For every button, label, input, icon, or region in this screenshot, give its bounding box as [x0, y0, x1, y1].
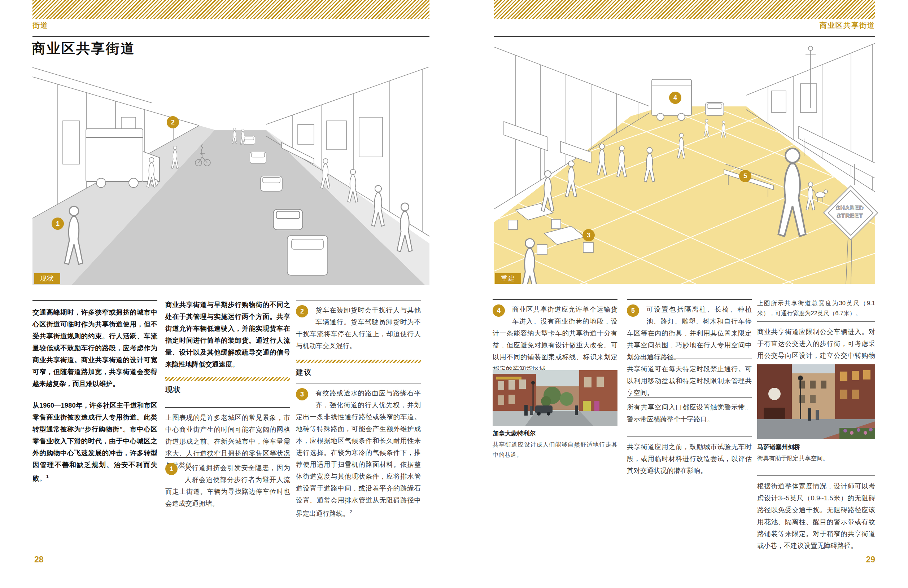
figure-rebuilt-shared-street: 3 4 5 SHARED STREET 重建 [494, 40, 875, 284]
item-2-text: 货车在装卸货时会干扰行人与其他车辆通行。货车驾驶员卸货时为不干扰车流将车停在人行… [296, 304, 421, 352]
rule [627, 358, 752, 359]
callout-badge-4: 4 [669, 92, 681, 104]
right-header-rule [494, 36, 875, 37]
figure-label-existing: 现状 [34, 273, 60, 284]
rule [627, 437, 752, 437]
intro-paragraph-2-text: 从1960—1980年，许多社区主干道和市区零售商业街被改造成行人专用街道。此类… [32, 402, 157, 482]
numbered-item-3: 3 有纹路或透水的路面应与路缘石平齐，强化街道的行人优先权，并划定出一条非线性通… [296, 387, 421, 519]
rule [296, 300, 421, 300]
sign-line-1: SHARED [828, 204, 872, 212]
sign-line-2: STREET [828, 212, 872, 220]
rule [627, 299, 752, 300]
item-4-text: 商业区共享街道应允许单个运输货车进入。没有商业街巷的地段，设计一条能容纳大型卡车… [493, 304, 618, 375]
numbered-item-1: 1 人行道拥挤会引发安全隐患，因为人群会迫使部分步行者为避开人流而走上街道。车辆… [165, 462, 290, 509]
shared-street-sign-text: SHARED STREET [828, 204, 872, 220]
photo-cambridge [757, 364, 875, 439]
left-top-striped-band [32, 0, 430, 19]
section-divider-stripes [296, 360, 421, 363]
existing-street-illustration [32, 67, 430, 285]
paragraph-tactile-warning: 所有共享空间入口都应设置触觉警示带。警示带应横跨整个十字路口。 [627, 401, 752, 425]
item-4-badge: 4 [493, 304, 505, 317]
item-3-text: 有纹路或透水的路面应与路缘石平齐，强化街道的行人优先权，并划定出一条非线性通行路… [296, 387, 421, 519]
paragraph-accessible-path: 根据街道整体宽度情况，设计师可以考虑设计3~5英尺（0.9~1.5米）的无阻碍路… [757, 480, 875, 551]
item-5-badge: 5 [627, 304, 639, 317]
figure-label-rebuilt: 重建 [495, 273, 521, 284]
right-running-header: 商业区共享街道 [494, 21, 875, 30]
callout-badge-5: 5 [739, 170, 751, 182]
photo-montreal-image [493, 370, 618, 426]
photo-cambridge-image [757, 364, 875, 439]
callout-badge-3: 3 [583, 229, 595, 241]
page-number-left: 28 [34, 555, 43, 565]
rule [296, 383, 421, 384]
rebuilt-street-illustration [494, 40, 875, 284]
left-intro-column: 交通高峰期时，许多狭窄或拥挤的城市中心区街道可临时作为共享街道使用，但不受共享街… [32, 300, 157, 484]
numbered-item-5: 5 可设置包括隔离柱、长椅、种植池、路灯、雕塑、树木和自行车停车区等在内的街具，… [627, 304, 752, 363]
footnote-2: 2 [350, 509, 352, 514]
page-number-right: 29 [839, 555, 875, 565]
callout-badge-2: 2 [167, 116, 179, 129]
left-header-rule [32, 36, 430, 37]
item-1-text: 人行道拥挤会引发安全隐患，因为人群会迫使部分步行者为避开人流而走上街道。车辆为寻… [165, 462, 290, 509]
photo-montreal-title: 加拿大蒙特利尔 [493, 429, 536, 438]
item-3-body: 有纹路或透水的路面应与路缘石平齐，强化街道的行人优先权，并划定出一条非线性通行路… [296, 389, 421, 517]
numbered-item-4: 4 商业区共享街道应允许单个运输货车进入。没有商业街巷的地段，设计一条能容纳大型… [493, 304, 618, 375]
callout-badge-1: 1 [52, 217, 64, 230]
paragraph-time-restriction: 共享街道可在每天特定时段禁止通行。可以利用移动盆栽和特定时段限制来管理共享空间。 [627, 363, 752, 398]
item-5-text: 可设置包括隔离柱、长椅、种植池、路灯、雕塑、树木和自行车停车区等在内的街具，并利… [627, 304, 752, 363]
footnote-1: 1 [46, 474, 49, 479]
section-heading-advice: 建议 [296, 368, 312, 378]
photo-montreal-caption: 共享街道应设计成人们能够自然舒适地行走其中的巷道。 [493, 439, 618, 459]
item-3-badge: 3 [296, 388, 308, 400]
figure-existing-conditions: 1 2 现状 [32, 67, 430, 285]
photo-cambridge-caption: 街具有助于限定共享空间。 [757, 453, 875, 463]
rule [493, 299, 618, 300]
numbered-item-2: 2 货车在装卸货时会干扰行人与其他车辆通行。货车驾驶员卸货时为不干扰车流将车停在… [296, 304, 421, 352]
column2-intro: 商业共享街道与早期步行购物街的不同之处在于其管理与实施运行两个方面。共享街道允许… [165, 299, 290, 370]
intro-paragraph-1: 交通高峰期时，许多狭窄或拥挤的城市中心区街道可临时作为共享街道使用，但不受共享街… [32, 306, 157, 390]
item-2-badge: 2 [296, 305, 308, 317]
rule [627, 397, 752, 398]
left-running-header: 街道 [32, 21, 48, 30]
intro-paragraph-2: 从1960—1980年，许多社区主干道和市区零售商业街被改造成行人专用街道。此类… [32, 399, 157, 484]
item-1-badge: 1 [165, 463, 177, 475]
photo-cambridge-title: 马萨诸塞州剑桥 [757, 443, 800, 451]
section-divider-stripes [165, 378, 290, 381]
paragraph-pilot-test: 共享街道应用之前，鼓励城市试验无车时段，或用临时材料进行改造尝试，以评估其对交通… [627, 441, 752, 477]
rule [757, 476, 875, 476]
rule [165, 407, 290, 408]
rule [165, 457, 290, 458]
section-heading-status: 现状 [165, 385, 181, 395]
book-spread: 街道 商业区共享街道 [0, 0, 908, 588]
rule [757, 321, 875, 322]
paragraph-width-note: 上图所示共享街道总宽度为30英尺（9.1米），可通行宽度为22英尺（6.7米）。 [757, 298, 875, 318]
photo-montreal [493, 370, 618, 426]
page-title: 商业区共享街道 [32, 39, 135, 58]
right-top-striped-band [494, 0, 875, 19]
